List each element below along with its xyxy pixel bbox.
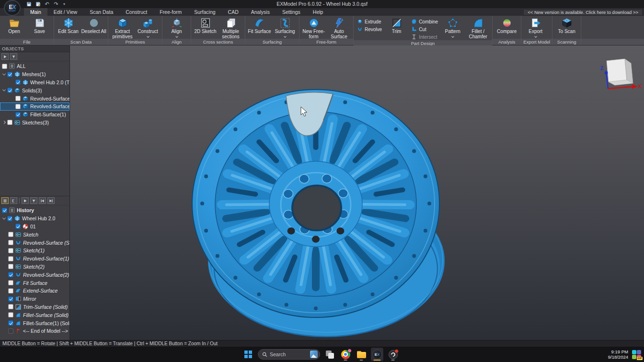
visibility-checkbox[interactable] [8, 312, 13, 317]
history-row-sketch[interactable]: Sketch [0, 230, 69, 238]
history-row-revolved-surface-solid[interactable]: Revolved-Surface (Solid) [0, 238, 69, 247]
fit-surface-button[interactable]: Fit Surface [247, 16, 272, 39]
visibility-checkbox[interactable] [7, 120, 12, 125]
history-row-history[interactable]: History [0, 206, 69, 215]
orientation-axis-triad[interactable]: Z X [593, 56, 641, 93]
tab-help[interactable]: Help [307, 8, 330, 16]
save-button[interactable]: Save [27, 16, 52, 39]
objects-run-filter-button[interactable] [1, 53, 9, 60]
edit-scan-button[interactable]: Edit Scan [56, 16, 81, 39]
surfacing-button[interactable]: Surfacing [272, 16, 298, 39]
chevron-right-icon[interactable] [2, 121, 6, 124]
visibility-checkbox[interactable] [15, 96, 21, 101]
to-scan-button[interactable]: To Scan [554, 16, 579, 39]
history-list-view-button[interactable] [1, 197, 9, 204]
2d-sketch-button[interactable]: 2D Sketch [193, 16, 218, 39]
visibility-checkbox[interactable] [8, 248, 13, 253]
combine-button[interactable]: Combine [409, 18, 440, 25]
history-row-revolved-surface-1-solid[interactable]: Revolved-Surface(1) (Solid) [0, 255, 69, 263]
visibility-checkbox[interactable] [15, 79, 21, 85]
history-row-mirror[interactable]: Mirror [0, 295, 69, 303]
visibility-checkbox[interactable] [7, 72, 12, 77]
visibility-checkbox[interactable] [8, 288, 13, 294]
tab-settings[interactable]: Settings [276, 8, 307, 16]
undo-button[interactable]: ↶ [43, 0, 51, 7]
extract-primitives-button[interactable]: Extract primitives [110, 16, 135, 39]
redo-button[interactable]: ↷ [52, 0, 60, 7]
history-tree-view-button[interactable] [10, 197, 17, 204]
history-row-trim-surface-solid[interactable]: Trim-Surface (Solid) [0, 303, 69, 311]
cut-button[interactable]: Cut [409, 26, 440, 33]
tab-free-form[interactable]: Free-form [153, 8, 188, 16]
construct-button[interactable]: Construct [135, 16, 161, 39]
deselect-all-button[interactable]: Deselect All [81, 16, 106, 39]
tab-main[interactable]: Main [24, 8, 47, 16]
viewport-3d[interactable]: Z X [70, 45, 644, 340]
visibility-checkbox[interactable] [15, 104, 21, 109]
visibility-checkbox[interactable] [8, 232, 13, 237]
new-free-form-button[interactable]: New Free-form [301, 16, 326, 39]
taskbar-chrome[interactable] [339, 348, 352, 361]
visibility-checkbox[interactable] [8, 256, 13, 261]
pattern-button[interactable]: Pattern [440, 16, 465, 39]
history-row-wheel-hub-2-0[interactable]: Wheel Hub 2.0 [0, 215, 69, 223]
tab-surfacing[interactable]: Surfacing [188, 8, 221, 16]
taskbar-exmodel-active[interactable]: EX [371, 348, 383, 361]
taskbar-search-box[interactable] [258, 349, 320, 360]
align-button[interactable]: Align [164, 16, 189, 39]
visibility-checkbox[interactable] [8, 296, 13, 302]
trim-button[interactable]: Trim [384, 16, 409, 39]
visibility-checkbox[interactable] [7, 216, 12, 221]
fillet-chamfer-button[interactable]: Fillet / Chamfer [465, 16, 491, 39]
chevron-down-icon[interactable] [2, 216, 6, 219]
objects-row-meshes-1[interactable]: Meshes(1) [0, 70, 69, 79]
history-skip-to-end-button[interactable] [47, 197, 55, 204]
update-banner-link[interactable]: << New version is available. Click here … [523, 9, 643, 15]
extrude-button[interactable]: Extrude [355, 18, 384, 25]
tab-analysis[interactable]: Analysis [245, 8, 276, 16]
visibility-checkbox[interactable] [8, 272, 13, 277]
history-row-fillet-surface-solid[interactable]: Fillet-Surface (Solid) [0, 311, 69, 319]
visibility-checkbox[interactable] [8, 320, 13, 326]
multiple-sections-button[interactable]: Multiple sections [218, 16, 243, 39]
export-button[interactable]: Export [523, 16, 548, 39]
objects-filter-button[interactable] [10, 53, 17, 60]
objects-row-all[interactable]: ALL [0, 62, 69, 70]
start-button[interactable] [242, 348, 254, 361]
visibility-checkbox[interactable] [2, 208, 7, 213]
history-filter-button[interactable] [30, 197, 37, 204]
taskbar-obs[interactable] [387, 348, 399, 361]
history-row-sketch-2[interactable]: Sketch(2) [0, 263, 69, 271]
tab-cad[interactable]: CAD [222, 8, 245, 16]
revolve-button[interactable]: Revolve [355, 26, 384, 33]
visibility-checkbox[interactable] [7, 88, 12, 93]
save-button[interactable] [25, 0, 33, 7]
screentogif-tray-icon[interactable]: GIF [632, 350, 641, 359]
chevron-down-icon[interactable] [2, 72, 6, 75]
search-input[interactable] [270, 351, 308, 357]
visibility-checkbox[interactable] [8, 264, 13, 269]
visibility-checkbox[interactable] [8, 240, 13, 245]
objects-row-solids-3[interactable]: Solids(3) [0, 86, 69, 94]
objects-row-wheel-hub-2-0-t-2-506[interactable]: Wheel Hub 2.0 (T: 2 506 [0, 79, 69, 87]
taskbar-file-explorer[interactable] [355, 348, 368, 361]
objects-row-sketches-3[interactable]: Sketches(3) [0, 119, 69, 127]
auto-surface-button[interactable]: Auto Surface [326, 16, 352, 39]
tab-construct[interactable]: Construct [119, 8, 153, 16]
objects-row-revolved-surface-1[interactable]: Revolved-Surface(1) [0, 102, 69, 111]
history-skip-to-start-button[interactable] [39, 197, 46, 204]
taskbar-clock[interactable]: 9:19 PM 9/18/2024 [608, 349, 628, 360]
tab-scan-data[interactable]: Scan Data [83, 8, 119, 16]
visibility-checkbox[interactable] [15, 112, 21, 117]
task-view-button[interactable] [323, 348, 336, 361]
intersect-button[interactable]: Intersect [409, 34, 440, 40]
visibility-checkbox[interactable] [8, 328, 13, 334]
history-row-01[interactable]: 01 [0, 223, 69, 231]
compare-button[interactable]: Compare [494, 16, 519, 39]
history-row-sketch-1[interactable]: Sketch(1) [0, 247, 69, 255]
history-play-button[interactable] [22, 197, 29, 204]
history-row-end-of-model[interactable]: <-- End of Model --> [0, 327, 69, 335]
history-row-fit-surface[interactable]: Fit Surface [0, 279, 69, 287]
visibility-checkbox[interactable] [2, 64, 7, 69]
save-as-button[interactable] [34, 0, 42, 7]
